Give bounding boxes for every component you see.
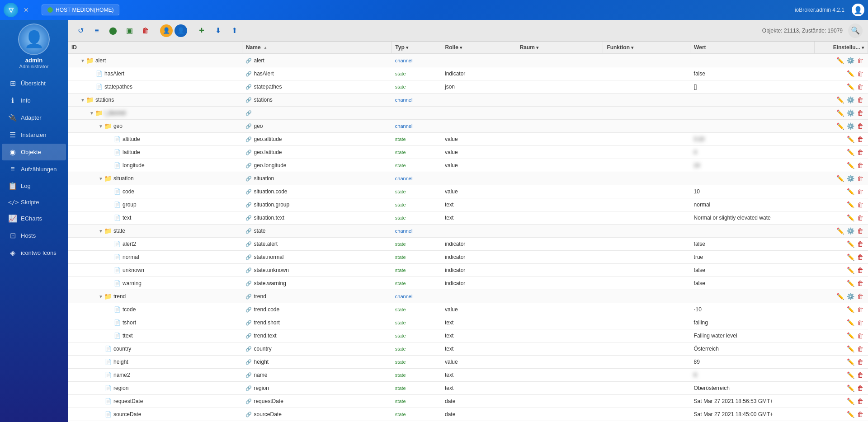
edit-icon[interactable]: ✏️ (846, 266, 855, 275)
list-view-button[interactable]: ≡ (90, 23, 104, 38)
sidebar-item-skripte[interactable]: </> Skripte (2, 195, 66, 210)
expand-icon[interactable]: ▼ (99, 294, 103, 299)
expand-icon[interactable]: ▼ (99, 229, 103, 234)
sidebar-item-echarts[interactable]: 📈 ECharts (2, 210, 66, 227)
col-header-raum[interactable]: Raum ▾ (516, 42, 603, 54)
delete-row-icon[interactable]: 🗑 (856, 357, 864, 366)
delete-row-icon[interactable]: 🗑 (856, 410, 864, 419)
sidebar-item-log[interactable]: 📋 Log (2, 178, 66, 194)
settings-icon[interactable]: ⚙️ (846, 174, 855, 183)
delete-row-icon[interactable]: 🗑 (856, 305, 864, 314)
edit-icon[interactable]: ✏️ (846, 397, 855, 406)
edit-icon[interactable]: ✏️ (835, 108, 845, 117)
edit-icon[interactable]: ✏️ (846, 148, 855, 157)
edit-icon[interactable]: ✏️ (846, 253, 855, 262)
settings-icon[interactable]: ⚙️ (846, 95, 855, 104)
sidebar-item-aufzaehlungen[interactable]: ≡ Aufzählungen (2, 161, 66, 177)
sidebar-item-instanzen[interactable]: ☰ Instanzen (2, 127, 66, 143)
col-header-typ[interactable]: Typ ▾ (392, 42, 441, 54)
edit-icon[interactable]: ✏️ (846, 344, 855, 353)
sidebar-item-adapter[interactable]: 🔌 Adapter (2, 109, 66, 126)
delete-row-icon[interactable]: 🗑 (856, 213, 864, 222)
delete-row-icon[interactable]: 🗑 (856, 318, 864, 327)
delete-row-icon[interactable]: 🗑 (856, 108, 864, 117)
add-button[interactable]: + (194, 23, 209, 38)
host-button[interactable]: HOST MEDION(HOME) (42, 5, 119, 15)
delete-row-icon[interactable]: 🗑 (856, 135, 864, 144)
edit-icon[interactable]: ✏️ (846, 370, 855, 380)
export-button[interactable]: ⬆ (227, 23, 241, 38)
delete-row-icon[interactable]: 🗑 (856, 239, 864, 249)
add-channel-button[interactable]: ▣ (122, 23, 137, 38)
edit-icon[interactable]: ✏️ (846, 213, 855, 222)
edit-icon[interactable]: ✏️ (846, 279, 855, 288)
edit-icon[interactable]: ✏️ (846, 82, 855, 91)
edit-icon[interactable]: ✏️ (835, 292, 845, 301)
settings-icon[interactable]: ⚙️ (846, 108, 855, 117)
row-id: state (113, 228, 125, 234)
name-link-icon: 🔗 (245, 228, 252, 234)
delete-row-icon[interactable]: 🗑 (856, 69, 864, 78)
delete-row-icon[interactable]: 🗑 (856, 56, 864, 65)
delete-row-icon[interactable]: 🗑 (856, 82, 864, 91)
delete-row-icon[interactable]: 🗑 (856, 397, 864, 406)
expand-icon[interactable]: ▼ (80, 58, 85, 63)
delete-row-icon[interactable]: 🗑 (856, 122, 864, 131)
edit-icon[interactable]: ✏️ (835, 174, 845, 183)
sidebar-item-uebersicht[interactable]: ⊞ Übersicht (2, 75, 66, 92)
delete-row-icon[interactable]: 🗑 (856, 344, 864, 353)
settings-icon[interactable]: ⚙️ (846, 226, 855, 235)
delete-row-icon[interactable]: 🗑 (856, 95, 864, 104)
sidebar-item-icontwo[interactable]: ◈ icontwo Icons (2, 244, 66, 261)
sidebar-item-hosts[interactable]: ⊡ Hosts (2, 227, 66, 244)
edit-icon[interactable]: ✏️ (846, 331, 855, 340)
delete-row-icon[interactable]: 🗑 (856, 266, 864, 275)
edit-icon[interactable]: ✏️ (846, 305, 855, 314)
delete-row-icon[interactable]: 🗑 (856, 253, 864, 262)
delete-row-icon[interactable]: 🗑 (856, 370, 864, 380)
edit-icon[interactable]: ✏️ (846, 69, 855, 78)
settings-icon[interactable]: ⚙️ (846, 292, 855, 301)
user-button-1[interactable]: 👤 (160, 24, 173, 37)
import-button[interactable]: ⬇ (211, 23, 225, 38)
sidebar-item-objekte[interactable]: ◉ Objekte (2, 144, 66, 160)
delete-row-icon[interactable]: 🗑 (856, 384, 864, 393)
delete-row-icon[interactable]: 🗑 (856, 226, 864, 235)
delete-row-icon[interactable]: 🗑 (856, 174, 864, 183)
expand-icon[interactable]: ▼ (80, 98, 85, 103)
col-header-funktion[interactable]: Funktion ▾ (603, 42, 690, 54)
edit-icon[interactable]: ✏️ (835, 95, 845, 104)
delete-button[interactable]: 🗑 (138, 23, 153, 38)
settings-icon[interactable]: ⚙️ (846, 122, 855, 131)
delete-row-icon[interactable]: 🗑 (856, 187, 864, 196)
delete-row-icon[interactable]: 🗑 (856, 292, 864, 301)
edit-icon[interactable]: ✏️ (835, 56, 845, 65)
delete-row-icon[interactable]: 🗑 (856, 331, 864, 340)
edit-icon[interactable]: ✏️ (846, 187, 855, 196)
sidebar-item-info[interactable]: ℹ Info (2, 92, 66, 109)
close-button[interactable]: ✕ (24, 6, 29, 14)
settings-icon[interactable]: ⚙️ (846, 56, 855, 65)
delete-row-icon[interactable]: 🗑 (856, 148, 864, 157)
delete-row-icon[interactable]: 🗑 (856, 161, 864, 170)
edit-icon[interactable]: ✏️ (846, 239, 855, 249)
edit-icon[interactable]: ✏️ (846, 200, 855, 209)
edit-icon[interactable]: ✏️ (846, 318, 855, 327)
filter-button[interactable]: ⬤ (106, 23, 120, 38)
user-button-2[interactable]: 👤 (175, 24, 187, 37)
delete-row-icon[interactable]: 🗑 (856, 279, 864, 288)
edit-icon[interactable]: ✏️ (846, 384, 855, 393)
edit-icon[interactable]: ✏️ (835, 122, 845, 131)
expand-icon[interactable]: ▼ (99, 124, 103, 129)
expand-icon[interactable]: ▼ (90, 111, 94, 116)
refresh-button[interactable]: ↺ (73, 23, 88, 38)
edit-icon[interactable]: ✏️ (846, 410, 855, 419)
expand-icon[interactable]: ▼ (99, 176, 103, 181)
edit-icon[interactable]: ✏️ (846, 357, 855, 366)
delete-row-icon[interactable]: 🗑 (856, 200, 864, 209)
edit-icon[interactable]: ✏️ (835, 226, 845, 235)
search-button[interactable]: 🔍 (848, 23, 863, 38)
edit-icon[interactable]: ✏️ (846, 135, 855, 144)
edit-icon[interactable]: ✏️ (846, 161, 855, 170)
col-header-rolle[interactable]: Rolle ▾ (441, 42, 516, 54)
